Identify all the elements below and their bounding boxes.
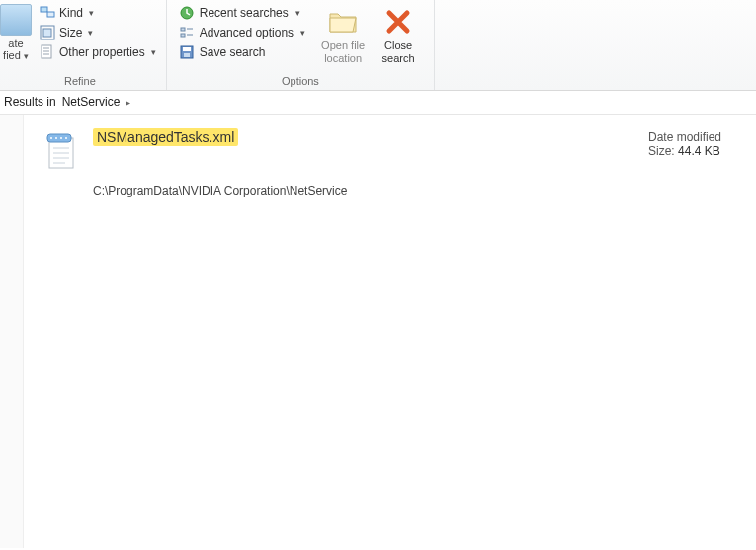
properties-icon — [40, 44, 55, 60]
close-label-2: search — [382, 52, 415, 65]
chevron-down-icon: ▾ — [300, 28, 305, 38]
size-line: Size: 44.4 KB — [648, 144, 742, 158]
date-modified-button-fragment[interactable]: ate fied ▾ — [0, 2, 36, 73]
svg-point-20 — [60, 137, 62, 139]
svg-rect-14 — [183, 47, 191, 51]
chevron-down-icon: ▾ — [295, 8, 300, 18]
size-label: Size: — [648, 144, 675, 158]
kind-label: Kind — [59, 6, 83, 20]
open-file-label-2: location — [324, 52, 362, 65]
kind-icon — [40, 5, 55, 21]
fragment-text-1: ate — [8, 38, 23, 49]
result-filename: NSManagedTasks.xml — [93, 128, 238, 146]
close-label-1: Close — [384, 39, 412, 52]
results-bar: Results in NetService ▸ — [0, 91, 756, 115]
size-label: Size — [59, 26, 82, 39]
ribbon-group-options: Recent searches ▾ Advanced options ▾ Sav… — [167, 0, 435, 90]
close-search-button[interactable]: Close search — [373, 4, 424, 73]
size-icon — [40, 25, 55, 40]
date-modified-label: Date modified — [648, 130, 742, 144]
search-results-list: NSManagedTasks.xml C:\ProgramData\NVIDIA… — [24, 115, 756, 548]
search-result-item[interactable]: NSManagedTasks.xml C:\ProgramData\NVIDIA… — [43, 128, 742, 197]
recent-searches-label: Recent searches — [200, 6, 289, 20]
result-filepath: C:\ProgramData\NVIDIA Corporation\NetSer… — [93, 184, 634, 197]
results-prefix: Results in — [4, 95, 56, 109]
advanced-options-icon — [179, 25, 195, 40]
notepad-file-icon — [43, 132, 79, 172]
result-metadata: Date modified Size: 44.4 KB — [648, 128, 742, 158]
svg-point-19 — [55, 137, 57, 139]
ribbon-group-fragment: ate fied ▾ Kind ▾ Size ▾ — [0, 0, 167, 90]
svg-point-21 — [65, 137, 67, 139]
other-properties-label: Other properties — [59, 45, 145, 59]
advanced-options-button[interactable]: Advanced options ▾ — [175, 24, 309, 41]
save-icon — [179, 44, 195, 60]
svg-rect-0 — [41, 7, 47, 12]
kind-button[interactable]: Kind ▾ — [36, 4, 160, 22]
content-area: NSManagedTasks.xml C:\ProgramData\NVIDIA… — [0, 115, 756, 548]
chevron-down-icon: ▾ — [89, 8, 94, 18]
svg-point-18 — [50, 137, 52, 139]
svg-rect-9 — [181, 28, 185, 31]
advanced-options-label: Advanced options — [200, 26, 294, 39]
open-file-label-1: Open file — [321, 39, 365, 52]
svg-rect-15 — [184, 53, 190, 57]
recent-searches-icon — [179, 5, 195, 21]
ribbon: ate fied ▾ Kind ▾ Size ▾ — [0, 0, 756, 91]
chevron-right-icon[interactable]: ▸ — [126, 97, 130, 108]
results-scope[interactable]: NetService — [62, 95, 121, 109]
refine-group-label: Refine — [0, 73, 160, 90]
save-search-label: Save search — [200, 45, 266, 59]
chevron-down-icon: ▾ — [151, 47, 156, 57]
open-file-location-button[interactable]: Open file location — [317, 4, 369, 73]
size-button[interactable]: Size ▾ — [36, 24, 160, 41]
recent-searches-button[interactable]: Recent searches ▾ — [175, 4, 309, 22]
save-search-button[interactable]: Save search — [175, 43, 309, 61]
other-properties-button[interactable]: Other properties ▾ — [36, 43, 160, 61]
date-modified-icon — [0, 4, 32, 36]
fragment-text-2: fied ▾ — [3, 49, 29, 62]
left-gutter — [0, 115, 24, 548]
folder-open-icon — [327, 6, 359, 38]
size-value: 44.4 KB — [678, 144, 720, 158]
chevron-down-icon: ▾ — [88, 28, 93, 38]
svg-rect-10 — [181, 34, 185, 37]
close-icon — [382, 6, 414, 38]
options-group-label: Options — [173, 73, 428, 90]
svg-rect-1 — [47, 12, 54, 17]
svg-rect-3 — [43, 29, 51, 37]
